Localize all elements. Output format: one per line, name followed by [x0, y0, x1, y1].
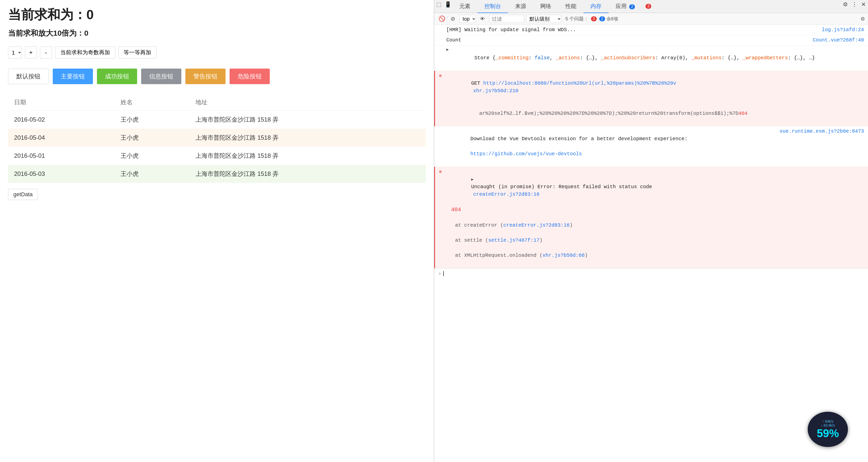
cell-address: 上海市普陀区金沙江路 1518 弄	[189, 111, 426, 129]
cell-address: 上海市普陀区金沙江路 1518 弄	[189, 129, 426, 147]
level-select[interactable]: 默认级别	[526, 15, 561, 23]
filter-input[interactable]	[489, 15, 524, 23]
console-settings-icon[interactable]: ⚙	[861, 16, 865, 22]
wait-add-button[interactable]: 等一等再加	[118, 47, 156, 59]
cell-name: 王小虎	[115, 111, 189, 129]
col-address: 地址	[189, 94, 426, 111]
primary-button[interactable]: 主要按钮	[53, 69, 93, 84]
tab-network[interactable]: 网络	[533, 0, 558, 13]
issues-badge-blue: 2	[599, 16, 605, 21]
tab-memory[interactable]: 内存	[583, 0, 609, 13]
upload-speed: ↑ 64k/s	[822, 419, 833, 423]
expand-arrow-icon-2[interactable]: ▶	[471, 177, 474, 182]
col-name: 姓名	[115, 94, 189, 111]
cell-date: 2016-05-04	[8, 129, 115, 147]
filter-icon[interactable]: ⊘	[448, 14, 457, 23]
main-title: 当前求和为：0	[8, 6, 426, 24]
console-link[interactable]: Count.vue?268f:40	[813, 36, 864, 44]
cell-date: 2016-05-01	[8, 147, 115, 165]
console-text: Download the Vue Devtools extension for …	[446, 128, 778, 165]
table-row: 2016-05-03王小虎上海市普陀区金沙江路 1518 弄	[8, 165, 426, 183]
console-line-error-2: ⊗ ▶ Uncaught (in promise) Error: Request…	[434, 167, 868, 268]
console-line: [HMR] Waiting for update signal from WDS…	[434, 25, 868, 35]
minus-button[interactable]: -	[40, 47, 52, 59]
context-select[interactable]: top	[459, 15, 476, 23]
danger-button[interactable]: 危险按钮	[229, 69, 270, 84]
number-select[interactable]: 1	[8, 47, 22, 59]
console-line: ▶ Store {_committing: false, _actions: {…	[434, 45, 868, 71]
error-url-link[interactable]: http://localhost:8080/function%20Url(url…	[483, 81, 676, 86]
default-button[interactable]: 默认按钮	[8, 69, 49, 84]
col-date: 日期	[8, 94, 115, 111]
data-table: 日期 姓名 地址 2016-05-02王小虎上海市普陀区金沙江路 1518 弄2…	[8, 94, 426, 183]
issues-label: 5 个问题：	[565, 16, 588, 22]
eye-icon[interactable]: 👁	[478, 14, 487, 23]
warning-button[interactable]: 警告按钮	[185, 69, 225, 84]
devtools-device-icon[interactable]: 📱	[443, 0, 452, 9]
settle-link[interactable]: settle.js?467f:17	[488, 238, 539, 243]
download-speed: ↓ 63.9k/s	[821, 423, 835, 427]
issues-area: 5 个问题： 3 2 余8项	[565, 16, 618, 22]
table-row: 2016-05-02王小虎上海市普陀区金沙江路 1518 弄	[8, 111, 426, 129]
expand-arrow-icon[interactable]: ▶	[446, 47, 449, 53]
devtools-more-icon[interactable]: ⋮	[850, 0, 859, 9]
badge-red: 3	[646, 4, 651, 9]
uncaught-link[interactable]: createError.js?2d83:16	[473, 191, 539, 197]
console-source-link[interactable]: vue.runtime.esm.js?2b0e:8473	[780, 128, 864, 135]
devtools-settings-icon[interactable]: ⚙	[841, 0, 850, 9]
devtools-tabs: ⬚ 📱 元素 控制台 来源 网络 性能 内存 应用 2 3 ⚙ ⋮ ✕	[434, 0, 868, 13]
controls-row: 1 + - 当前求和为奇数再加 等一等再加	[8, 47, 426, 59]
devtools-panel: ⬚ 📱 元素 控制台 来源 网络 性能 内存 应用 2 3 ⚙ ⋮ ✕ 🚫 ⊘ …	[434, 0, 868, 462]
cell-address: 上海市普陀区金沙江路 1518 弄	[189, 165, 426, 183]
issues-badge-red: 3	[591, 16, 597, 21]
add-button[interactable]: +	[25, 47, 37, 59]
console-link[interactable]: log.js?1afd:24	[822, 26, 864, 34]
sub-title: 当前求和放大10倍为：0	[8, 28, 426, 38]
perf-widget: ↑ 64k/s ↓ 63.9k/s 59%	[808, 412, 848, 447]
cell-address: 上海市普陀区金沙江路 1518 弄	[189, 147, 426, 165]
cell-name: 王小虎	[115, 165, 189, 183]
perf-percent: 59%	[817, 427, 839, 439]
odd-add-button[interactable]: 当前求和为奇数再加	[55, 47, 115, 59]
cell-name: 王小虎	[115, 147, 189, 165]
cell-date: 2016-05-03	[8, 165, 115, 183]
console-text: [HMR] Waiting for update signal from WDS…	[446, 26, 820, 34]
console-text: Store {_committing: false, _actions: {…}…	[450, 47, 864, 69]
tab-sources[interactable]: 来源	[508, 0, 533, 13]
error-icon: ⊗	[439, 72, 446, 80]
error-source-link[interactable]: xhr.js?b50d:210	[473, 88, 518, 94]
error-icon-2: ⊗	[439, 168, 446, 175]
table-container: 日期 姓名 地址 2016-05-02王小虎上海市普陀区金沙江路 1518 弄2…	[8, 94, 426, 183]
cell-date: 2016-05-02	[8, 111, 115, 129]
table-row: 2016-05-04王小虎上海市普陀区金沙江路 1518 弄	[8, 129, 426, 147]
badge-blue: 2	[629, 4, 635, 9]
tab-console[interactable]: 控制台	[477, 0, 508, 13]
success-button[interactable]: 成功按钮	[97, 69, 137, 84]
create-error-link[interactable]: createError.js?2d83:16	[503, 222, 569, 228]
tab-performance[interactable]: 性能	[558, 0, 583, 13]
table-row: 2016-05-01王小虎上海市普陀区金沙江路 1518 弄	[8, 147, 426, 165]
devtools-cursor-icon[interactable]: ⬚	[434, 0, 443, 9]
console-output: [HMR] Waiting for update signal from WDS…	[434, 25, 868, 462]
tab-application[interactable]: 应用 2	[609, 0, 642, 13]
console-input-line: ›	[434, 268, 868, 278]
console-line-error: ⊗ GET http://localhost:8080/function%20U…	[434, 71, 868, 126]
error-badge-area: 3	[642, 0, 654, 12]
console-text: ▶ Uncaught (in promise) Error: Request f…	[447, 168, 864, 267]
issues-more: 余8项	[607, 16, 618, 22]
console-line: Count Count.vue?268f:40	[434, 35, 868, 45]
info-button[interactable]: 信息按钮	[141, 69, 181, 84]
clear-console-icon[interactable]: 🚫	[437, 14, 446, 23]
console-line: Download the Vue Devtools extension for …	[434, 126, 868, 167]
tab-elements[interactable]: 元素	[452, 0, 477, 13]
cell-name: 王小虎	[115, 129, 189, 147]
console-text: GET http://localhost:8080/function%20Url…	[447, 72, 864, 125]
console-prompt-icon: ›	[438, 271, 441, 276]
get-data-button[interactable]: getData	[8, 189, 38, 200]
xhr-link[interactable]: xhr.js?b50d:66	[542, 252, 585, 258]
devtools-close-icon[interactable]: ✕	[859, 0, 868, 9]
buttons-row: 默认按钮 主要按钮 成功按钮 信息按钮 警告按钮 危险按钮	[8, 69, 426, 84]
console-cursor	[443, 271, 444, 276]
devtools-link[interactable]: https://github.com/vuejs/vue-devtools	[470, 151, 582, 157]
console-text: Count	[446, 36, 811, 44]
